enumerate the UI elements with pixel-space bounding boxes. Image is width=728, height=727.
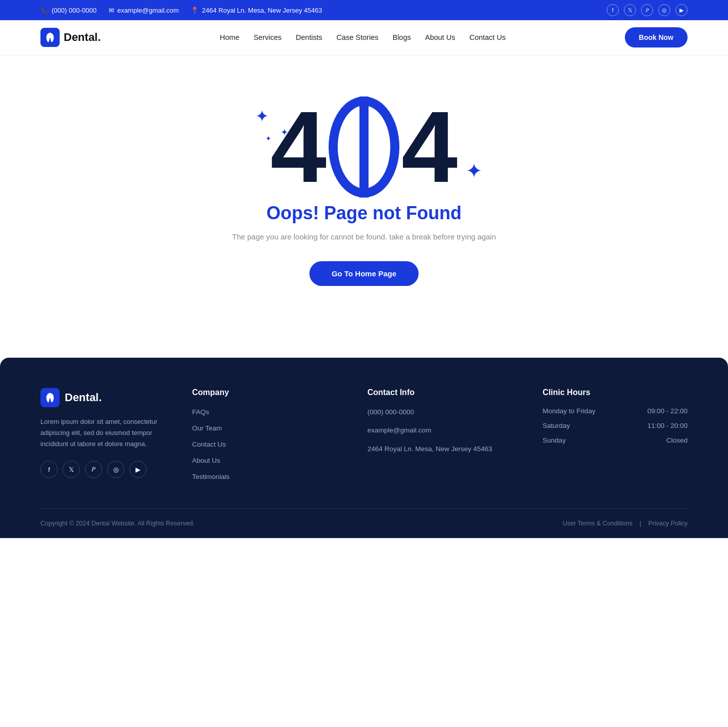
sparkle-tl-icon: ✦	[255, 107, 269, 126]
footer-email: example@gmail.com	[368, 425, 513, 435]
book-now-button[interactable]: Book Now	[625, 27, 688, 47]
error-num-4-right: 4	[401, 96, 458, 198]
logo-text: Dental.	[64, 31, 101, 44]
error-num-0	[329, 96, 399, 198]
sparkle-tl2-icon: ✦	[281, 127, 288, 138]
footer-hours-col: Clinic Hours Monday to Friday 09:00 - 22…	[542, 388, 688, 488]
divider: |	[640, 520, 641, 527]
footer-x-icon[interactable]: 𝕏	[63, 461, 80, 478]
sparkle-tl3-icon: ✦	[265, 134, 271, 142]
footer-link-contact-us[interactable]: Contact Us	[192, 441, 226, 448]
footer-address: 2464 Royal Ln. Mesa, New Jersey 45463	[368, 444, 513, 454]
company-links: FAQs Our Team Contact Us About Us Testim…	[192, 407, 337, 481]
footer-brand: Dental. Lorem ipsum dolor sit amet, cons…	[40, 388, 162, 488]
nav-about-us[interactable]: About Us	[425, 33, 456, 41]
navbar: Dental. Home Services Dentists Case Stor…	[0, 20, 728, 55]
footer-link-our-team[interactable]: Our Team	[192, 424, 222, 432]
footer-contact-col: Contact Info (000) 000-0000 example@gmai…	[368, 388, 513, 488]
instagram-icon-topbar[interactable]: ◎	[658, 4, 670, 16]
address-item: 📍 2464 Royal Ln. Mesa, New Jersey 45463	[191, 7, 322, 14]
error-section: ✦ ✦ ✦ 4 4 ✦ Oops! Page not Found The pag…	[0, 55, 728, 337]
nav-links: Home Services Dentists Case Stories Blog…	[220, 33, 506, 42]
footer-link-testimonials[interactable]: Testimonials	[192, 473, 230, 480]
saturday-label: Saturday	[542, 422, 570, 429]
footer-logo-icon	[40, 388, 60, 407]
terms-link[interactable]: User Terms & Conditions	[563, 520, 632, 527]
email-icon: ✉	[109, 7, 114, 14]
error-404-display: ✦ ✦ ✦ 4 4 ✦	[270, 96, 458, 198]
nav-logo[interactable]: Dental.	[40, 28, 101, 47]
sparkle-br-icon: ✦	[466, 159, 483, 182]
footer-socials: f 𝕏 𝑃 ◎ ▶	[40, 461, 162, 478]
footer-logo: Dental.	[40, 388, 162, 407]
nav-contact-us[interactable]: Contact Us	[469, 33, 506, 41]
footer-link-about-us[interactable]: About Us	[192, 457, 220, 464]
email-item: ✉ example@gmail.com	[109, 7, 179, 14]
footer-top: Dental. Lorem ipsum dolor sit amet, cons…	[40, 388, 688, 509]
x-icon-topbar[interactable]: 𝕏	[624, 4, 636, 16]
sunday-hours: Closed	[666, 437, 688, 444]
facebook-icon-topbar[interactable]: f	[607, 4, 619, 16]
nav-services[interactable]: Services	[253, 33, 282, 41]
footer-logo-text: Dental.	[65, 391, 102, 404]
sunday-label: Sunday	[542, 437, 566, 444]
location-icon: 📍	[191, 7, 199, 14]
footer-instagram-icon[interactable]: ◎	[107, 461, 124, 478]
weekday-hours: 09:00 - 22:00	[647, 407, 688, 415]
page-not-found-text: Page not Found	[324, 203, 462, 223]
footer-youtube-icon[interactable]: ▶	[129, 461, 147, 478]
phone-item: 📞 (000) 000-0000	[40, 7, 97, 14]
oops-title: Oops! Page not Found	[266, 203, 462, 224]
email-text: example@gmail.com	[117, 7, 179, 14]
hours-row-weekday: Monday to Friday 09:00 - 22:00	[542, 407, 688, 415]
goto-home-button[interactable]: Go To Home Page	[309, 261, 419, 286]
footer-phone: (000) 000-0000	[368, 407, 513, 417]
footer: Dental. Lorem ipsum dolor sit amet, cons…	[0, 358, 728, 538]
weekday-label: Monday to Friday	[542, 407, 595, 415]
footer-legal-links: User Terms & Conditions | Privacy Policy	[563, 520, 688, 527]
hours-heading: Clinic Hours	[542, 388, 688, 397]
top-bar: 📞 (000) 000-0000 ✉ example@gmail.com 📍 2…	[0, 0, 728, 20]
company-heading: Company	[192, 388, 337, 397]
footer-link-faqs[interactable]: FAQs	[192, 408, 209, 416]
hours-row-sunday: Sunday Closed	[542, 437, 688, 444]
footer-facebook-icon[interactable]: f	[40, 461, 58, 478]
address-text: 2464 Royal Ln. Mesa, New Jersey 45463	[202, 7, 322, 14]
privacy-link[interactable]: Privacy Policy	[648, 520, 688, 527]
nav-dentists[interactable]: Dentists	[296, 33, 322, 41]
top-bar-left: 📞 (000) 000-0000 ✉ example@gmail.com 📍 2…	[40, 7, 322, 14]
logo-icon	[40, 28, 60, 47]
oops-text: Oops!	[266, 203, 324, 223]
top-bar-socials: f 𝕏 𝑃 ◎ ▶	[607, 4, 688, 16]
phone-text: (000) 000-0000	[52, 7, 97, 14]
nav-case-stories[interactable]: Case Stories	[336, 33, 378, 41]
error-description: The page you are looking for cannot be f…	[232, 231, 496, 243]
contact-heading: Contact Info	[368, 388, 513, 397]
pinterest-icon-topbar[interactable]: 𝑃	[641, 4, 653, 16]
nav-blogs[interactable]: Blogs	[392, 33, 411, 41]
youtube-icon-topbar[interactable]: ▶	[675, 4, 688, 16]
copyright-text: Copyright © 2024 Dental Website. All Rig…	[40, 520, 195, 527]
footer-bottom: Copyright © 2024 Dental Website. All Rig…	[40, 509, 688, 538]
error-num-4-left: 4	[270, 96, 327, 198]
footer-description: Lorem ipsum dolor sit amet, consectetur …	[40, 416, 162, 450]
saturday-hours: 11:00 - 20:00	[647, 422, 688, 429]
footer-company-col: Company FAQs Our Team Contact Us About U…	[192, 388, 337, 488]
nav-home[interactable]: Home	[220, 33, 240, 41]
footer-pinterest-icon[interactable]: 𝑃	[85, 461, 102, 478]
hours-row-saturday: Saturday 11:00 - 20:00	[542, 422, 688, 429]
phone-icon: 📞	[40, 7, 49, 14]
